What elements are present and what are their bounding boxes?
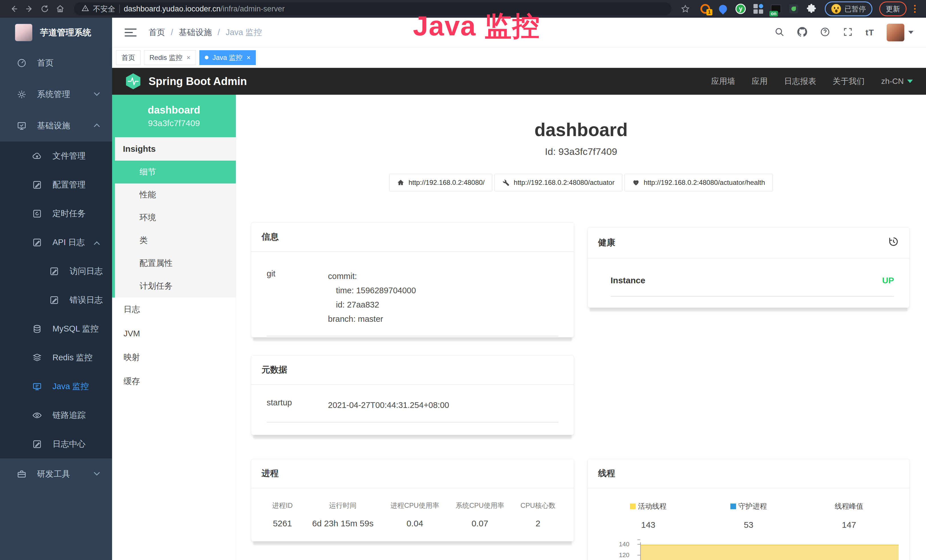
hamburger-icon[interactable]	[125, 29, 136, 36]
sba-menu-logs[interactable]: 日志	[112, 298, 236, 321]
sba-menu-scheduled-tasks[interactable]: 计划任务	[115, 275, 236, 298]
sba-main: dashboard Id: 93a3fc7f7409 http://192.16…	[236, 95, 926, 560]
profile-paused-pill[interactable]: 已暂停	[825, 2, 872, 16]
close-icon[interactable]: ×	[186, 54, 191, 62]
sidebar-item-system[interactable]: 系统管理	[0, 79, 112, 110]
sba-brand[interactable]: Spring Boot Admin	[125, 73, 247, 90]
health-card-header: 健康	[588, 227, 909, 259]
sba-menu-jvm[interactable]: JVM	[112, 321, 236, 345]
breadcrumb-infrastructure[interactable]: 基础设施	[179, 27, 212, 38]
extension-orange-icon[interactable]: 1	[700, 3, 711, 14]
eye-icon	[32, 410, 42, 421]
health-instance-label: Instance	[611, 275, 645, 285]
legend-yellow-swatch	[630, 504, 635, 509]
sidebar-item-log-center[interactable]: 日志中心	[0, 430, 112, 459]
sidebar-item-home[interactable]: 首页	[0, 47, 112, 79]
sba-logo-icon	[125, 73, 141, 90]
log-edit-icon	[32, 439, 42, 449]
update-label: 更新	[886, 4, 900, 14]
info-card-header: 信息	[251, 222, 574, 252]
extension-on-icon[interactable]: on	[770, 3, 781, 14]
sidebar-item-java-monitor[interactable]: Java 监控	[0, 372, 112, 401]
health-instance-row: Instance UP	[611, 275, 894, 297]
app-logo-row: 芋道管理系统	[0, 18, 112, 47]
page-url[interactable]: dashboard.yudao.iocoder.cn/infra/admin-s…	[124, 5, 284, 14]
y-axis-tick: 140	[610, 540, 629, 548]
service-url-button[interactable]: http://192.168.0.2:48080/	[389, 174, 492, 191]
sba-menu-details[interactable]: 细节	[112, 160, 236, 183]
forward-icon[interactable]	[23, 2, 36, 15]
sidebar-item-dev-tools[interactable]: 研发工具	[0, 459, 112, 490]
sidebar-item-file-management[interactable]: 文件管理	[0, 141, 112, 170]
browser-update-button[interactable]: 更新	[879, 2, 906, 16]
history-icon[interactable]	[888, 236, 899, 249]
user-menu[interactable]	[887, 24, 914, 41]
page-title: dashboard	[236, 119, 926, 140]
back-icon[interactable]	[8, 2, 21, 15]
sidebar-item-api-logs[interactable]: API 日志	[0, 228, 112, 257]
sba-language-select[interactable]: zh-CN	[881, 77, 913, 86]
gauge-icon	[17, 58, 27, 68]
search-icon[interactable]	[774, 27, 785, 38]
sba-menu-metrics[interactable]: 性能	[115, 183, 236, 206]
fullscreen-icon[interactable]	[843, 27, 853, 38]
metadata-startup-row: startup 2021-04-27T00:44:31.254+08:00	[267, 398, 558, 422]
metadata-value: 2021-04-27T00:44:31.254+08:00	[328, 398, 449, 412]
extension-leaf-icon[interactable]	[788, 3, 799, 14]
browser-menu-icon[interactable]	[911, 5, 918, 13]
address-bar[interactable]: 不安全 dashboard.yudao.iocoder.cn/infra/adm…	[74, 2, 671, 15]
sba-menu-environment[interactable]: 环境	[115, 206, 236, 229]
chevron-up-icon	[94, 124, 100, 130]
sba-nav-journal[interactable]: 日志报表	[784, 76, 816, 87]
sba-menu-classes[interactable]: 类	[115, 229, 236, 252]
close-icon[interactable]: ×	[247, 54, 250, 62]
tab-redis-monitor[interactable]: Redis 监控 ×	[144, 50, 196, 65]
chevron-down-icon	[94, 90, 100, 96]
help-icon[interactable]	[820, 27, 830, 38]
instance-links: http://192.168.0.2:48080/ http://192.168…	[236, 174, 926, 191]
github-icon[interactable]	[797, 27, 807, 38]
sidebar-item-config-management[interactable]: 配置管理	[0, 170, 112, 199]
breadcrumb-home[interactable]: 首页	[148, 27, 165, 38]
extension-puzzle-icon[interactable]	[806, 3, 817, 14]
chevron-down-icon	[94, 469, 100, 475]
gear-icon	[17, 89, 27, 100]
sidebar-item-infrastructure[interactable]: 基础设施	[0, 110, 112, 141]
tab-home[interactable]: 首页	[116, 50, 141, 65]
omnibox-divider	[119, 5, 120, 13]
live-threads-area	[641, 545, 899, 560]
security-label: 不安全	[93, 4, 115, 14]
sidebar-item-redis-monitor[interactable]: Redis 监控	[0, 343, 112, 372]
sba-nav-applications[interactable]: 应用	[752, 76, 768, 87]
font-size-icon[interactable]: tT	[865, 28, 874, 37]
tab-java-monitor[interactable]: Java 监控 ×	[199, 50, 256, 65]
extension-y-icon[interactable]: y	[735, 3, 746, 14]
extension-pin-icon[interactable]	[717, 3, 728, 14]
sba-nav-about[interactable]: 关于我们	[833, 76, 865, 87]
sba-nav-wallboard[interactable]: 应用墙	[711, 76, 735, 87]
health-url-button[interactable]: http://192.168.0.2:48080/actuator/health	[625, 174, 773, 191]
metadata-card-header: 元数据	[251, 356, 574, 385]
extension-grid-icon[interactable]	[753, 3, 764, 14]
sidebar-item-mysql-monitor[interactable]: MySQL 监控	[0, 314, 112, 343]
actuator-url-button[interactable]: http://192.168.0.2:48080/actuator	[495, 174, 622, 191]
instance-id: 93a3fc7f7409	[148, 118, 200, 128]
sba-menu-caches[interactable]: 缓存	[112, 369, 236, 394]
process-table: 进程ID 运行时间 进程CPU使用率 系统CPU使用率 CPU核心数 5261 …	[262, 501, 563, 528]
paused-label: 已暂停	[844, 4, 866, 14]
sba-menu-config-props[interactable]: 配置属性	[115, 252, 236, 275]
sba-nav: 应用墙 应用 日志报表 关于我们 zh-CN	[711, 76, 913, 87]
home-icon[interactable]	[54, 2, 67, 15]
sidebar-item-trace[interactable]: 链路追踪	[0, 401, 112, 430]
process-card: 进程 进程ID 运行时间 进程CPU使用率 系统CPU使用率 CPU核心数	[251, 459, 574, 542]
log-edit-icon	[32, 238, 42, 248]
sidebar-item-access-logs[interactable]: 访问日志	[0, 257, 112, 286]
sidebar-item-error-logs[interactable]: 错误日志	[0, 286, 112, 314]
annotation-java-monitor: Java 监控	[413, 8, 540, 45]
bookmark-star-icon[interactable]	[679, 2, 692, 15]
reload-icon[interactable]	[38, 2, 51, 15]
process-col-header: 系统CPU使用率	[448, 501, 513, 510]
sba-instance-header[interactable]: dashboard 93a3fc7f7409	[112, 95, 236, 137]
sba-menu-mappings[interactable]: 映射	[112, 345, 236, 369]
sidebar-item-scheduled-tasks[interactable]: 定时任务	[0, 199, 112, 228]
